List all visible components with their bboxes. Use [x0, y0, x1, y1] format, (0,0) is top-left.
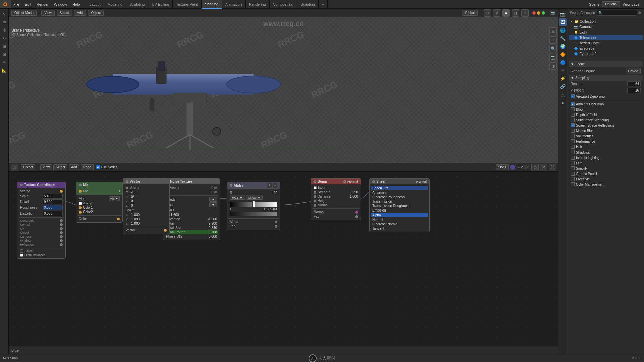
object-mode-button[interactable]: Object Mode — [11, 10, 37, 16]
scene-search[interactable] — [597, 10, 637, 16]
ws-animation[interactable]: Animation — [222, 0, 246, 9]
world-props-icon[interactable]: 🌍 — [559, 43, 567, 50]
ws-compositing[interactable]: Compositing — [270, 0, 297, 9]
color-out[interactable] — [117, 218, 120, 220]
rotate-tool[interactable]: ↻ — [1, 35, 8, 42]
il-check[interactable] — [571, 156, 575, 160]
node-close-icon[interactable]: ✕ — [540, 164, 547, 171]
bump-normal-in[interactable] — [314, 204, 316, 207]
render-value[interactable]: 64 — [627, 81, 641, 86]
view-menu[interactable]: View — [41, 10, 55, 16]
bsdf-in[interactable] — [372, 180, 375, 183]
shading-render[interactable]: ○ — [521, 9, 529, 17]
hair-check[interactable] — [571, 145, 575, 149]
bump-in[interactable] — [314, 180, 316, 183]
particles-icon[interactable]: ⚛ — [559, 67, 567, 74]
cr-fac-out[interactable] — [275, 225, 277, 228]
clamp-check[interactable] — [79, 202, 82, 205]
normal-out[interactable] — [60, 223, 63, 226]
node-settings-icon[interactable]: ⚙ — [531, 164, 539, 171]
bump-dist-in[interactable] — [314, 195, 316, 198]
modifier-icon[interactable]: 🔵 — [559, 59, 567, 66]
bands-btn[interactable]: ▼ — [209, 197, 217, 202]
m-vec-out[interactable] — [164, 229, 167, 232]
invert-check[interactable] — [314, 186, 317, 189]
view-camera-icon[interactable]: 📷 — [550, 11, 555, 15]
bump-normal-out[interactable] — [343, 180, 346, 183]
scale-input[interactable] — [43, 194, 63, 199]
gp-check[interactable] — [571, 172, 575, 176]
node-fullscreen-icon[interactable]: ⛶ — [549, 164, 556, 171]
gizmo-icon[interactable]: ☿ — [493, 9, 500, 17]
roughness-input[interactable] — [43, 205, 63, 210]
move-tool[interactable]: ✛ — [1, 27, 8, 34]
output-props-icon[interactable]: 🖼 — [559, 18, 567, 26]
fs-check[interactable] — [571, 177, 575, 181]
add-menu[interactable]: Add — [74, 10, 86, 16]
vol-check[interactable] — [571, 134, 575, 138]
clearcoat-item[interactable]: Clearcoat — [371, 191, 428, 195]
ws-rendering[interactable]: Rendering — [246, 0, 270, 9]
view-layer-icon[interactable]: 🌐 — [559, 26, 567, 34]
filter-icon[interactable]: ⚙ — [638, 11, 641, 15]
transform-tool[interactable]: ⊟ — [1, 51, 8, 58]
reflection-out[interactable] — [60, 243, 63, 246]
sheen-tint-item[interactable]: Sheen Tint — [371, 186, 428, 190]
file-menu[interactable]: File — [11, 0, 22, 8]
cr-fac-in[interactable] — [230, 191, 232, 194]
mix-fac-in[interactable] — [79, 190, 82, 193]
ws-modeling[interactable]: Modeling — [104, 0, 126, 9]
ws-uv-editing[interactable]: UV Editing — [148, 0, 173, 9]
color1-in[interactable] — [79, 206, 82, 209]
film-check[interactable] — [571, 161, 575, 165]
perspective-icon[interactable]: ⊞ — [549, 27, 557, 35]
ws-sculpting[interactable]: Sculpting — [126, 0, 148, 9]
view-btn[interactable]: View — [40, 164, 52, 170]
sampling-header[interactable]: ▼ Sampling — [569, 75, 643, 81]
measure-tool[interactable]: 📐 — [1, 67, 8, 74]
trans-roughness-item[interactable]: Transmission Roughness — [371, 204, 428, 208]
data-icon[interactable]: △ — [559, 91, 567, 98]
scene-props-icon[interactable]: 🔧 — [559, 35, 567, 42]
beziercurve-item[interactable]: 〰 BezierCurve — [569, 40, 643, 46]
eyepiece2-item[interactable]: 🔷 Eyepiece2 — [569, 51, 643, 56]
uv-out[interactable] — [60, 227, 63, 230]
dof-check[interactable] — [571, 113, 575, 117]
select-tool[interactable]: ↖ — [1, 11, 8, 17]
cr-add-btn[interactable]: + — [267, 183, 272, 188]
help-menu[interactable]: Help — [70, 0, 83, 8]
global-button[interactable]: Global — [462, 10, 478, 16]
slot-btn[interactable]: Slot 1 — [496, 164, 509, 170]
ws-shading[interactable]: Shading — [202, 0, 222, 9]
window-menu[interactable]: Window — [51, 0, 70, 8]
ws-layout[interactable]: Layout — [86, 0, 104, 9]
bump-fac-out[interactable] — [355, 215, 358, 218]
shading-solid[interactable]: ● — [502, 9, 510, 17]
annotate-tool[interactable]: ✏ — [1, 59, 8, 66]
rgb-btn[interactable]: RGB ▼ — [230, 195, 245, 200]
use-nodes-checkbox[interactable] — [96, 165, 100, 169]
constraints-icon[interactable]: 🔗 — [559, 83, 567, 90]
colorramp-handle[interactable] — [252, 201, 255, 208]
object-mode-node-btn[interactable]: Object — [21, 164, 35, 170]
material-icon[interactable]: ● — [559, 99, 567, 106]
object-out[interactable] — [60, 231, 63, 234]
edit-menu[interactable]: Edit — [22, 0, 34, 8]
object-props-icon[interactable]: 🔶 — [559, 51, 567, 58]
options-button[interactable]: Options — [602, 1, 620, 7]
tangent-item[interactable]: Tangent — [371, 226, 428, 231]
clearcoat-normal-item[interactable]: Clearcoat Normal — [371, 222, 428, 226]
simplify-check[interactable] — [571, 166, 575, 170]
ssr-check[interactable]: ✓ — [571, 123, 575, 127]
camera-view-icon[interactable]: 📷 — [549, 54, 557, 61]
ws-texture-paint[interactable]: Texture Paint — [173, 0, 201, 9]
mb-check[interactable] — [571, 129, 575, 133]
vp-denoise-check[interactable]: ✓ — [571, 94, 575, 98]
bump-height-in[interactable] — [314, 200, 316, 202]
linear-btn[interactable]: Linear ▼ — [246, 195, 263, 200]
overlay-icon[interactable]: ⊙ — [484, 9, 491, 17]
ws-scripting[interactable]: Scripting — [297, 0, 319, 9]
object-menu[interactable]: Object — [88, 10, 104, 16]
perf-check[interactable] — [571, 139, 575, 143]
viewport-value[interactable]: 16 — [627, 88, 641, 93]
